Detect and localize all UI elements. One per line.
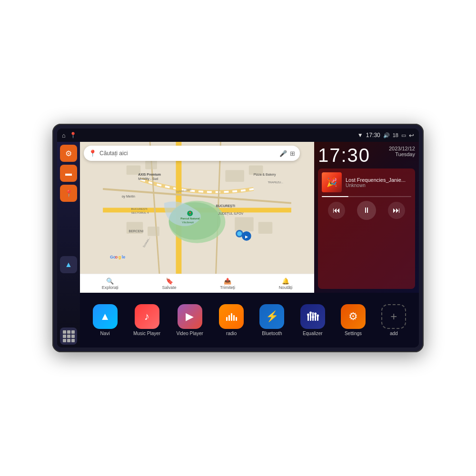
svg-text:le: le [122, 255, 125, 259]
clock-date: 2023/12/12 Tuesday [389, 146, 415, 157]
status-bar: ⌂ 📍 ▼ 17:30 🔊 18 ▭ ↩ [57, 129, 419, 142]
google-maps-icon: 📍 [89, 149, 97, 157]
map-icon: 📍 [65, 189, 73, 197]
app-radio[interactable]: radio [219, 304, 244, 336]
explore-label: Explorați [102, 285, 119, 290]
status-time: 17:30 [366, 132, 380, 139]
gear-settings-icon: ⚙ [348, 310, 358, 323]
app-video-player[interactable]: ▶ Video Player [176, 304, 203, 336]
map-search-bar[interactable]: 📍 Căutați aici 🎤 ⊞ [84, 146, 300, 161]
plus-icon: + [390, 310, 397, 323]
layers-icon[interactable]: ⊞ [290, 150, 295, 157]
svg-rect-11 [148, 227, 159, 236]
bluetooth-symbol: ⚡ [266, 310, 278, 323]
play-pause-button[interactable]: ⏸ [357, 201, 376, 220]
top-panels: 📍 Căutați aici 🎤 ⊞ [80, 142, 419, 293]
clock-section: 17:30 2023/12/12 Tuesday [318, 146, 415, 165]
svg-text:BERCENI: BERCENI [129, 229, 144, 233]
status-left-icons: ⌂ 📍 [62, 132, 77, 139]
map-toolbar: 🔍 Explorați 🔖 Salvate 📤 Trimiteți [80, 274, 314, 293]
svg-text:Pizza & Bakery: Pizza & Bakery [254, 173, 276, 177]
nav-arrow-icon: ▲ [65, 260, 72, 269]
app-grid: ▲ Navi ♪ Music Player ▶ Vid [80, 293, 419, 347]
music-progress-bar[interactable] [322, 196, 411, 197]
explore-icon: 🔍 [106, 278, 114, 285]
svg-rect-7 [145, 161, 157, 169]
right-panel: 17:30 2023/12/12 Tuesday 🎉 [314, 142, 419, 293]
app-bluetooth[interactable]: ⚡ Bluetooth [259, 304, 284, 336]
app-music-player[interactable]: ♪ Music Player [133, 304, 160, 336]
news-icon: 🔔 [282, 278, 289, 285]
map-search-input[interactable]: Căutați aici [99, 150, 277, 157]
bluetooth-icon: ⚡ [259, 304, 284, 329]
map-panel[interactable]: 📍 Căutați aici 🎤 ⊞ [80, 142, 314, 293]
svg-text:o: o [115, 255, 118, 259]
share-label: Trimiteți [220, 285, 235, 290]
sidebar-files-button[interactable]: ▬ [60, 165, 77, 182]
prev-icon: ⏮ [333, 206, 340, 215]
volume-icon: 🔊 [383, 132, 390, 139]
sidebar-settings-button[interactable]: ⚙ [60, 145, 77, 162]
gear-icon: ⚙ [65, 149, 72, 158]
sidebar-nav-button[interactable]: ▲ [60, 256, 77, 273]
music-title: Lost Frequencies_Janie... [346, 177, 411, 183]
map-pin-icon[interactable]: 📍 [69, 132, 77, 139]
back-icon[interactable]: ↩ [409, 132, 414, 139]
map-saved-button[interactable]: 🔖 Salvate [162, 278, 177, 290]
video-player-icon: ▶ [178, 304, 202, 329]
map-news-button[interactable]: 🔔 Noutăți [279, 278, 293, 290]
next-track-button[interactable]: ⏭ [388, 202, 405, 219]
svg-text:BUCUREȘTI: BUCUREȘTI [131, 208, 148, 210]
svg-rect-39 [228, 315, 230, 321]
content-panels: 📍 Căutați aici 🎤 ⊞ [80, 142, 419, 347]
sidebar-grid-button[interactable] [60, 327, 77, 345]
navi-arrow-icon: ▲ [100, 310, 110, 323]
album-art: 🎉 [322, 172, 342, 192]
app-navi[interactable]: ▲ Navi [93, 304, 118, 336]
main-area: ⚙ ▬ 📍 ▲ [57, 142, 419, 347]
car-head-unit: ⌂ 📍 ▼ 17:30 🔊 18 ▭ ↩ ⚙ ▬ [52, 124, 424, 352]
map-share-button[interactable]: 📤 Trimiteți [220, 278, 235, 290]
svg-rect-40 [231, 313, 232, 321]
home-icon[interactable]: ⌂ [62, 132, 66, 139]
svg-text:BUCUREȘTI: BUCUREȘTI [216, 204, 235, 208]
battery-icon: ▭ [401, 132, 406, 139]
radio-wave-icon [225, 310, 238, 323]
app-equalizer[interactable]: Equalizer [300, 304, 325, 336]
map-svg: ▶ AXIS Premium Mobility - Sud Pizza & Ba… [80, 142, 314, 274]
radio-icon [219, 304, 244, 329]
svg-text:Parcul Natural: Parcul Natural [180, 217, 200, 220]
clock-time-text: 17:30 [318, 145, 370, 166]
add-icon: + [381, 304, 406, 329]
navi-label: Navi [100, 331, 110, 336]
svg-rect-13 [258, 222, 273, 234]
add-label: add [390, 331, 398, 336]
mic-icon[interactable]: 🎤 [279, 150, 287, 157]
equalizer-label: Equalizer [303, 331, 323, 336]
svg-point-52 [317, 315, 319, 317]
share-icon: 📤 [224, 278, 231, 285]
music-note-icon: ♪ [144, 310, 149, 323]
svg-rect-12 [235, 217, 254, 231]
grid-icon [63, 330, 75, 342]
map-explore-button[interactable]: 🔍 Explorați [102, 278, 119, 290]
clock-display: 17:30 [318, 146, 370, 165]
music-progress-fill [322, 196, 348, 197]
prev-track-button[interactable]: ⏮ [328, 202, 345, 219]
music-artist: Unknown [346, 183, 411, 188]
app-add[interactable]: + add [381, 304, 406, 336]
settings-label: Settings [345, 331, 362, 336]
music-player-label: Music Player [133, 331, 160, 336]
next-icon: ⏭ [393, 206, 400, 215]
sidebar-map-button[interactable]: 📍 [60, 185, 77, 202]
clock-date-line1: 2023/12/12 [389, 146, 415, 151]
music-player-icon: ♪ [135, 304, 159, 329]
sidebar: ⚙ ▬ 📍 ▲ [57, 142, 80, 347]
svg-text:AXIS Premium: AXIS Premium [138, 173, 161, 176]
svg-text:g: g [119, 255, 121, 259]
svg-text:Văcărești: Văcărești [182, 221, 194, 224]
video-player-label: Video Player [176, 331, 203, 336]
svg-point-50 [312, 316, 314, 318]
app-settings[interactable]: ⚙ Settings [341, 304, 366, 336]
settings-icon: ⚙ [341, 304, 366, 329]
